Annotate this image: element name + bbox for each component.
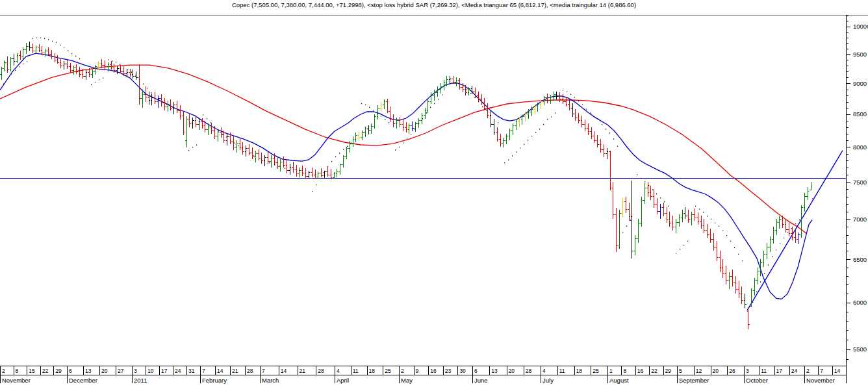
y-axis-label: 6500 — [853, 256, 867, 263]
week-tick-label: 10 — [147, 368, 154, 374]
week-tick-label: 24 — [791, 368, 798, 374]
week-tick-label: 13 — [491, 368, 498, 374]
week-tick-label: 16 — [637, 368, 644, 374]
week-tick-label: 21 — [300, 368, 306, 374]
week-tick-label: 4 — [337, 368, 340, 374]
month-label: November — [806, 377, 835, 384]
week-tick-label: 26 — [729, 368, 735, 374]
month-label: November — [2, 377, 31, 384]
sar-dots — [3, 38, 813, 302]
week-tick-label: 7 — [202, 368, 205, 374]
week-tick-label: 8 — [623, 368, 626, 374]
week-tick-label: 22 — [651, 368, 657, 374]
week-tick-label: 11 — [559, 368, 565, 374]
week-tick-label: 13 — [85, 368, 92, 374]
y-axis-label: 8500 — [853, 110, 867, 118]
week-tick-label: 20 — [713, 368, 719, 374]
y-axis-label: 5500 — [853, 346, 867, 353]
y-axis-label: 8000 — [853, 144, 867, 151]
price-chart-canvas[interactable]: 5500600065007000750080008500900095001000… — [0, 0, 868, 391]
week-tick-label: 15 — [29, 368, 35, 374]
week-tick-label: 29 — [665, 368, 672, 374]
week-tick-label: 7 — [262, 368, 265, 374]
week-tick-label: 9 — [416, 368, 419, 374]
week-tick-label: 18 — [576, 368, 583, 374]
week-tick-label: 20 — [509, 368, 515, 374]
ohlc-bars-r — [6, 44, 797, 329]
week-tick-label: 14 — [834, 368, 841, 374]
week-tick-label: 14 — [281, 368, 287, 374]
month-label: April — [337, 377, 349, 384]
month-label: December — [69, 377, 97, 384]
month-label: July — [542, 377, 554, 384]
week-tick-label: 17 — [161, 368, 168, 374]
week-tick-label: 16 — [430, 368, 437, 374]
month-label: February — [202, 377, 227, 384]
week-tick-label: 18 — [369, 368, 376, 374]
week-tick-label: 1 — [609, 368, 613, 374]
week-tick-label: 2 — [806, 368, 810, 374]
week-tick-label: 28 — [318, 368, 324, 374]
chart-window: Copec (7,505.00, 7,380.00, 7,444.00, +71… — [0, 0, 868, 391]
week-tick-label: 11 — [761, 368, 767, 374]
month-label: August — [609, 377, 629, 384]
week-tick-label: 23 — [445, 368, 452, 374]
week-tick-label: 25 — [593, 368, 599, 374]
month-label: 2011 — [134, 377, 147, 384]
week-tick-label: 28 — [247, 368, 253, 374]
week-tick-label: 24 — [175, 368, 181, 374]
month-label: March — [262, 377, 279, 384]
y-axis-label: 9000 — [853, 80, 867, 87]
week-tick-label: 6 — [474, 368, 478, 374]
y-axis-label: 10000 — [853, 23, 868, 30]
week-tick-label: 3 — [134, 368, 137, 374]
week-tick-label: 14 — [217, 368, 223, 374]
week-tick-label: 22 — [42, 368, 49, 374]
y-axis-label: 7000 — [853, 216, 867, 223]
week-tick-label: 28 — [526, 368, 532, 374]
ohlc-bars-y — [97, 61, 624, 218]
month-label: October — [746, 377, 768, 384]
week-tick-label: 5 — [679, 368, 682, 374]
week-tick-label: 27 — [118, 368, 124, 374]
week-tick-label: 2 — [2, 368, 5, 374]
week-tick-label: 11 — [353, 368, 359, 374]
y-axis-label: 7500 — [853, 179, 867, 186]
week-tick-label: 2 — [401, 368, 404, 374]
week-tick-label: 25 — [385, 368, 391, 374]
week-tick-label: 20 — [101, 368, 108, 374]
week-tick-label: 12 — [696, 368, 702, 374]
month-label: June — [474, 377, 488, 384]
ohlc-bars-g — [0, 43, 812, 307]
week-tick-label: 8 — [16, 368, 19, 374]
week-tick-label: 21 — [232, 368, 238, 374]
ma-triangular-65-line — [0, 65, 807, 234]
month-label: May — [401, 377, 413, 384]
week-tick-label: 7 — [820, 368, 823, 374]
ohlc-bars-b — [157, 95, 800, 244]
ma-triangular-14-line — [0, 53, 812, 299]
week-tick-label: 3 — [746, 368, 749, 374]
week-tick-label: 17 — [776, 368, 783, 374]
week-tick-label: 4 — [542, 368, 546, 374]
week-tick-label: 6 — [69, 368, 72, 374]
ohlc-bars-k — [12, 42, 746, 308]
week-tick-label: 29 — [55, 368, 62, 374]
y-axis-label: 6000 — [853, 299, 867, 306]
week-tick-label: 31 — [188, 368, 195, 374]
month-label: September — [679, 377, 709, 384]
y-axis-label: 9500 — [853, 51, 867, 58]
week-tick-label: 30 — [459, 368, 466, 374]
